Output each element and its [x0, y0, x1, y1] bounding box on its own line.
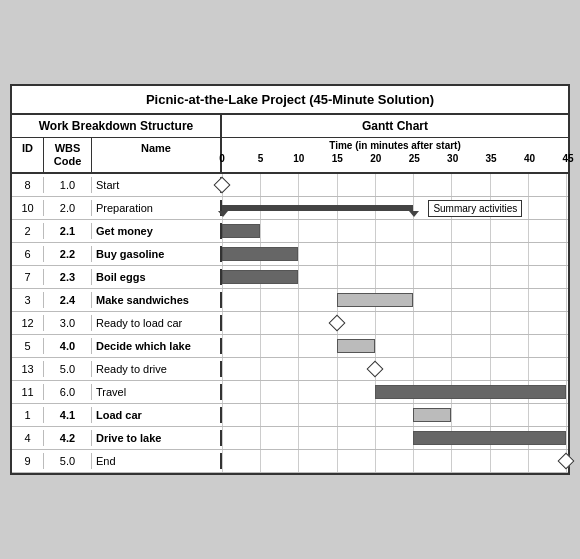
- cell-name: Get money: [92, 223, 222, 239]
- cell-gantt: [222, 266, 568, 288]
- gantt-section-header: Gantt Chart: [222, 115, 568, 137]
- time-label-15: 15: [332, 153, 343, 164]
- cell-wbs: 4.2: [44, 430, 92, 446]
- gantt-bar-dark: [375, 385, 566, 399]
- time-label-25: 25: [409, 153, 420, 164]
- time-label-30: 30: [447, 153, 458, 164]
- table-row: 14.1Load car: [12, 404, 568, 427]
- cell-id: 13: [12, 361, 44, 377]
- summary-activities-annotation: Summary activities: [428, 200, 522, 217]
- cell-wbs: 4.1: [44, 407, 92, 423]
- cell-name: Start: [92, 177, 222, 193]
- cell-gantt: [222, 312, 568, 334]
- cell-id: 12: [12, 315, 44, 331]
- cell-gantt: [222, 427, 568, 449]
- wbs-section-header: Work Breakdown Structure: [12, 115, 222, 137]
- time-label-20: 20: [370, 153, 381, 164]
- cell-wbs: 3.0: [44, 315, 92, 331]
- time-label-5: 5: [258, 153, 264, 164]
- cell-id: 6: [12, 246, 44, 262]
- cell-wbs: 5.0: [44, 453, 92, 469]
- table-row: 102.0PreparationSummary activities: [12, 197, 568, 220]
- main-title: Picnic-at-the-Lake Project (45-Minute So…: [12, 86, 568, 115]
- cell-gantt: [222, 335, 568, 357]
- time-label-40: 40: [524, 153, 535, 164]
- milestone-diamond: [328, 315, 345, 332]
- cell-id: 8: [12, 177, 44, 193]
- cell-name: Make sandwiches: [92, 292, 222, 308]
- cell-id: 7: [12, 269, 44, 285]
- cell-name: Ready to drive: [92, 361, 222, 377]
- table-row: 95.0End: [12, 450, 568, 473]
- column-headers: ID WBS Code Name Time (in minutes after …: [12, 138, 568, 174]
- gantt-bar-dark: [222, 224, 260, 238]
- table-row: 32.4Make sandwiches: [12, 289, 568, 312]
- table-row: 54.0Decide which lake: [12, 335, 568, 358]
- cell-name: Buy gasoline: [92, 246, 222, 262]
- section-headers: Work Breakdown Structure Gantt Chart: [12, 115, 568, 138]
- rows-container: 81.0Start102.0PreparationSummary activit…: [12, 174, 568, 473]
- cell-gantt: [222, 358, 568, 380]
- cell-name: Load car: [92, 407, 222, 423]
- col-id-header: ID: [12, 138, 44, 172]
- gantt-bar-light: [337, 339, 375, 353]
- cell-wbs: 4.0: [44, 338, 92, 354]
- cell-name: Boil eggs: [92, 269, 222, 285]
- cell-name: Preparation: [92, 200, 222, 216]
- time-labels: 051015202530354045: [222, 153, 568, 167]
- cell-name: Ready to load car: [92, 315, 222, 331]
- cell-wbs: 2.3: [44, 269, 92, 285]
- time-label-10: 10: [293, 153, 304, 164]
- cell-gantt: [222, 174, 568, 196]
- col-name-header: Name: [92, 138, 222, 172]
- chart-container: Picnic-at-the-Lake Project (45-Minute So…: [10, 84, 570, 475]
- cell-name: Travel: [92, 384, 222, 400]
- gantt-bar-light: [337, 293, 413, 307]
- cell-gantt: [222, 220, 568, 242]
- cell-wbs: 2.0: [44, 200, 92, 216]
- gantt-bar-light: [413, 408, 451, 422]
- time-axis-label: Time (in minutes after start): [222, 140, 568, 151]
- cell-gantt: Summary activities: [222, 197, 568, 219]
- milestone-diamond: [558, 453, 575, 470]
- cell-wbs: 2.1: [44, 223, 92, 239]
- cell-gantt: [222, 404, 568, 426]
- summary-triangle-start: [218, 211, 228, 217]
- col-gantt-header: Time (in minutes after start) 0510152025…: [222, 138, 568, 172]
- cell-gantt: [222, 450, 568, 472]
- cell-name: Decide which lake: [92, 338, 222, 354]
- col-wbs-header: WBS Code: [44, 138, 92, 172]
- time-label-0: 0: [219, 153, 225, 164]
- time-label-35: 35: [486, 153, 497, 164]
- cell-gantt: [222, 289, 568, 311]
- cell-id: 9: [12, 453, 44, 469]
- table-row: 44.2Drive to lake: [12, 427, 568, 450]
- table-row: 72.3Boil eggs: [12, 266, 568, 289]
- cell-wbs: 5.0: [44, 361, 92, 377]
- cell-id: 2: [12, 223, 44, 239]
- cell-name: Drive to lake: [92, 430, 222, 446]
- cell-wbs: 2.4: [44, 292, 92, 308]
- gantt-bar-dark: [222, 247, 298, 261]
- cell-id: 5: [12, 338, 44, 354]
- table-row: 62.2Buy gasoline: [12, 243, 568, 266]
- table-row: 116.0Travel: [12, 381, 568, 404]
- table-row: 81.0Start: [12, 174, 568, 197]
- cell-wbs: 6.0: [44, 384, 92, 400]
- cell-id: 3: [12, 292, 44, 308]
- milestone-diamond: [366, 361, 383, 378]
- summary-bar: [222, 205, 413, 211]
- time-label-45: 45: [562, 153, 573, 164]
- table-row: 135.0Ready to drive: [12, 358, 568, 381]
- gantt-bar-dark: [222, 270, 298, 284]
- cell-id: 1: [12, 407, 44, 423]
- cell-gantt: [222, 381, 568, 403]
- table-row: 22.1Get money: [12, 220, 568, 243]
- cell-wbs: 1.0: [44, 177, 92, 193]
- cell-wbs: 2.2: [44, 246, 92, 262]
- summary-triangle-end: [409, 211, 419, 217]
- gantt-bar-dark: [413, 431, 566, 445]
- cell-id: 4: [12, 430, 44, 446]
- cell-id: 10: [12, 200, 44, 216]
- cell-name: End: [92, 453, 222, 469]
